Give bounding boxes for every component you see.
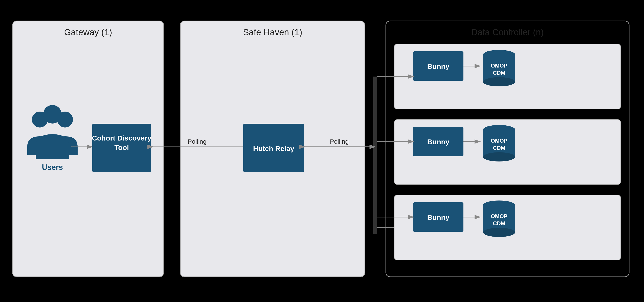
svg-point-38 bbox=[483, 228, 515, 237]
svg-text:CDM: CDM bbox=[493, 145, 505, 151]
diagram-container: Gateway (1) Safe Haven (1) Data Controll… bbox=[0, 0, 644, 302]
svg-text:CDM: CDM bbox=[493, 220, 505, 226]
svg-text:OMOP: OMOP bbox=[491, 62, 507, 69]
datacontroller-title: Data Controller (n) bbox=[471, 27, 544, 37]
safehaven-title: Safe Haven (1) bbox=[243, 27, 302, 37]
bunny3-label: Bunny bbox=[427, 213, 450, 221]
gateway-title: Gateway (1) bbox=[64, 27, 112, 37]
svg-text:OMOP: OMOP bbox=[491, 138, 507, 144]
svg-point-31 bbox=[483, 152, 515, 162]
cohort-tool-line1: Cohort Discovery bbox=[92, 134, 151, 142]
hutch-relay-label: Hutch Relay bbox=[253, 144, 294, 152]
bunny1-label: Bunny bbox=[427, 62, 450, 70]
svg-point-8 bbox=[43, 105, 62, 124]
users-label: Users bbox=[42, 163, 63, 172]
svg-text:OMOP: OMOP bbox=[491, 213, 507, 219]
cohort-tool-line2: Tool bbox=[114, 144, 129, 152]
svg-rect-15 bbox=[373, 76, 377, 234]
polling1-label: Polling bbox=[188, 138, 206, 145]
bunny2-label: Bunny bbox=[427, 138, 450, 146]
svg-text:CDM: CDM bbox=[493, 70, 505, 76]
svg-point-24 bbox=[483, 77, 515, 86]
polling2-label: Polling bbox=[330, 138, 349, 145]
diagram-svg: Gateway (1) Safe Haven (1) Data Controll… bbox=[0, 0, 644, 302]
